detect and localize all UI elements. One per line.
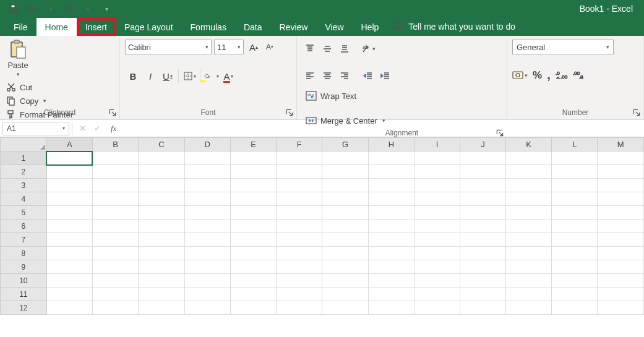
- cell[interactable]: [506, 220, 552, 233]
- cell[interactable]: [506, 260, 552, 274]
- redo-button[interactable]: [61, 1, 78, 16]
- cell[interactable]: [92, 247, 138, 260]
- cell[interactable]: [414, 301, 460, 315]
- cell[interactable]: [506, 165, 552, 179]
- decrease-font-button[interactable]: A▾: [262, 40, 277, 54]
- cell[interactable]: [598, 274, 644, 288]
- cell[interactable]: [414, 260, 460, 274]
- cell[interactable]: [552, 192, 598, 206]
- cell[interactable]: [46, 192, 92, 206]
- cell[interactable]: [368, 247, 414, 260]
- cell[interactable]: [139, 192, 184, 206]
- cell[interactable]: [139, 165, 184, 179]
- cell[interactable]: [230, 206, 276, 220]
- cell[interactable]: [139, 288, 184, 301]
- cell[interactable]: [184, 179, 230, 192]
- cell[interactable]: [506, 274, 552, 288]
- cell[interactable]: [139, 260, 184, 274]
- row-header[interactable]: 1: [1, 151, 47, 165]
- column-header[interactable]: C: [139, 138, 184, 151]
- cell[interactable]: [92, 179, 138, 192]
- cell[interactable]: [92, 260, 138, 274]
- cell[interactable]: [368, 165, 414, 179]
- cell[interactable]: [230, 301, 276, 315]
- cell[interactable]: [414, 165, 460, 179]
- cell[interactable]: [414, 151, 460, 165]
- cell[interactable]: [322, 260, 368, 274]
- column-header[interactable]: H: [368, 138, 414, 151]
- cell[interactable]: [414, 192, 460, 206]
- cell[interactable]: [506, 301, 552, 315]
- cell[interactable]: [460, 233, 505, 247]
- decrease-decimal-button[interactable]: .00.0: [573, 70, 585, 80]
- font-name-combo[interactable]: Calibri ▾: [125, 40, 212, 54]
- tab-home[interactable]: Home: [36, 18, 77, 36]
- cell[interactable]: [46, 151, 92, 165]
- cell[interactable]: [598, 247, 644, 260]
- cell[interactable]: [506, 288, 552, 301]
- cell[interactable]: [277, 288, 322, 301]
- column-header[interactable]: G: [322, 138, 368, 151]
- select-all-corner[interactable]: [1, 138, 47, 151]
- cell[interactable]: [92, 301, 138, 315]
- increase-indent-button[interactable]: [377, 68, 393, 84]
- cell[interactable]: [322, 288, 368, 301]
- cell[interactable]: [92, 233, 138, 247]
- cell[interactable]: [552, 165, 598, 179]
- cell[interactable]: [184, 301, 230, 315]
- cell[interactable]: [598, 301, 644, 315]
- cell[interactable]: [368, 192, 414, 206]
- cell[interactable]: [139, 206, 184, 220]
- alignment-launcher[interactable]: [496, 129, 504, 137]
- cell[interactable]: [230, 288, 276, 301]
- cell[interactable]: [46, 220, 92, 233]
- qat-customize[interactable]: ▾: [98, 1, 115, 16]
- cell[interactable]: [92, 151, 138, 165]
- row-header[interactable]: 12: [1, 301, 47, 315]
- row-header[interactable]: 2: [1, 165, 47, 179]
- cell[interactable]: [322, 233, 368, 247]
- cell[interactable]: [322, 301, 368, 315]
- cell[interactable]: [414, 288, 460, 301]
- cell[interactable]: [184, 274, 230, 288]
- cell[interactable]: [277, 247, 322, 260]
- cell[interactable]: [598, 206, 644, 220]
- cell[interactable]: [368, 301, 414, 315]
- orientation-button[interactable]: ab▾: [360, 41, 376, 57]
- align-right-button[interactable]: [337, 68, 353, 84]
- cell[interactable]: [277, 233, 322, 247]
- cell[interactable]: [139, 151, 184, 165]
- cell[interactable]: [139, 233, 184, 247]
- cell[interactable]: [414, 233, 460, 247]
- tab-review[interactable]: Review: [271, 18, 317, 36]
- cell[interactable]: [184, 233, 230, 247]
- align-top-button[interactable]: [302, 41, 318, 57]
- row-header[interactable]: 10: [1, 274, 47, 288]
- cell[interactable]: [414, 220, 460, 233]
- cell[interactable]: [506, 247, 552, 260]
- cell[interactable]: [184, 260, 230, 274]
- cut-button[interactable]: Cut: [5, 81, 114, 93]
- column-header[interactable]: D: [184, 138, 230, 151]
- cell[interactable]: [139, 247, 184, 260]
- cell[interactable]: [460, 288, 505, 301]
- fill-color-button[interactable]: ▾: [203, 68, 219, 84]
- column-header[interactable]: A: [46, 138, 92, 151]
- cell[interactable]: [92, 220, 138, 233]
- cell[interactable]: [322, 192, 368, 206]
- column-header[interactable]: M: [598, 138, 644, 151]
- cell[interactable]: [184, 206, 230, 220]
- paste-button[interactable]: Paste ▾: [5, 38, 31, 77]
- cell[interactable]: [414, 179, 460, 192]
- cell[interactable]: [598, 220, 644, 233]
- cell[interactable]: [46, 301, 92, 315]
- column-header[interactable]: F: [277, 138, 322, 151]
- cell[interactable]: [230, 192, 276, 206]
- cell[interactable]: [598, 151, 644, 165]
- row-header[interactable]: 6: [1, 220, 47, 233]
- increase-decimal-button[interactable]: .0.00: [556, 70, 568, 80]
- cell[interactable]: [460, 274, 505, 288]
- tab-page-layout[interactable]: Page Layout: [116, 18, 182, 36]
- cell[interactable]: [277, 179, 322, 192]
- tab-help[interactable]: Help: [353, 18, 388, 36]
